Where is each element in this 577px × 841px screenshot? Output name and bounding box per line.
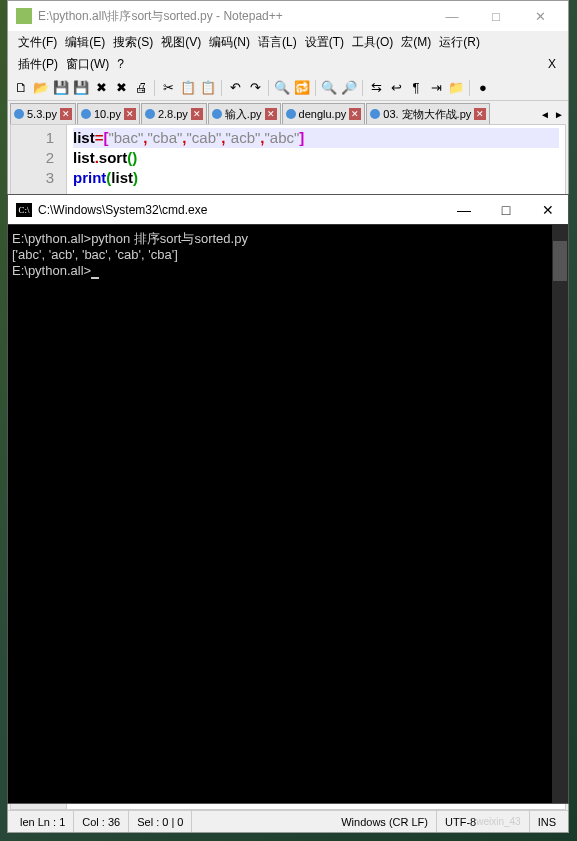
cut-icon[interactable]: ✂	[159, 79, 177, 97]
cmd-scrollbar[interactable]	[552, 225, 568, 803]
status-col: Col : 36	[74, 811, 129, 832]
menu-item[interactable]: 编码(N)	[205, 34, 254, 51]
menu-item[interactable]: 窗口(W)	[62, 56, 113, 73]
menu-item[interactable]: 视图(V)	[157, 34, 205, 51]
menu-item[interactable]: 搜索(S)	[109, 34, 157, 51]
code-line[interactable]: list.sort()	[73, 148, 559, 168]
tab-label: denglu.py	[299, 108, 347, 120]
minimize-button[interactable]: —	[440, 9, 464, 24]
status-sel: Sel : 0 | 0	[129, 811, 192, 832]
file-tab[interactable]: denglu.py✕	[282, 103, 366, 124]
tab-status-icon	[370, 109, 380, 119]
status-bar: len Ln : 1 Col : 36 Sel : 0 | 0 Windows …	[8, 810, 568, 832]
tab-scroll-left[interactable]: ◄	[538, 104, 552, 124]
record-icon[interactable]: ●	[474, 79, 492, 97]
indent-icon[interactable]: ⇥	[427, 79, 445, 97]
folder-icon[interactable]: 📁	[447, 79, 465, 97]
tab-label: 5.3.py	[27, 108, 57, 120]
tab-label: 2.8.py	[158, 108, 188, 120]
line-number: 3	[11, 168, 54, 188]
toolbar-separator	[469, 80, 470, 96]
menu-item[interactable]: 插件(P)	[14, 56, 62, 73]
cmd-maximize-button[interactable]: □	[494, 202, 518, 218]
copy-icon[interactable]: 📋	[179, 79, 197, 97]
app-icon	[16, 8, 32, 24]
cmd-minimize-button[interactable]: —	[452, 202, 476, 218]
cmd-title-bar[interactable]: C:\ C:\Windows\System32\cmd.exe — □ ✕	[8, 195, 568, 225]
tab-close-icon[interactable]: ✕	[349, 108, 361, 120]
close-icon[interactable]: ✖	[92, 79, 110, 97]
line-number: 1	[11, 128, 54, 148]
toolbar: 🗋📂💾💾✖✖🖨✂📋📋↶↷🔍🔂🔍🔎⇆↩¶⇥📁●	[8, 75, 568, 101]
menu-item[interactable]: ?	[113, 57, 128, 71]
cmd-title-text: C:\Windows\System32\cmd.exe	[38, 203, 452, 217]
menu-bar-row2: 插件(P)窗口(W)?X	[8, 53, 568, 75]
tab-close-icon[interactable]: ✕	[191, 108, 203, 120]
find-icon[interactable]: 🔍	[273, 79, 291, 97]
tab-label: 03. 宠物大作战.py	[383, 107, 471, 122]
cmd-cursor	[91, 277, 99, 279]
paste-icon[interactable]: 📋	[199, 79, 217, 97]
redo-icon[interactable]: ↷	[246, 79, 264, 97]
save-icon[interactable]: 💾	[52, 79, 70, 97]
cmd-text: E:\python.all>python 排序sort与sorted.py['a…	[12, 231, 564, 279]
menu-close-x[interactable]: X	[548, 57, 562, 71]
toolbar-separator	[362, 80, 363, 96]
maximize-button[interactable]: □	[484, 9, 508, 24]
status-eol: Windows (CR LF)	[333, 811, 437, 832]
replace-icon[interactable]: 🔂	[293, 79, 311, 97]
status-enc: UTF-8 weixin_43	[437, 811, 530, 832]
menu-bar-row1: 文件(F)编辑(E)搜索(S)视图(V)编码(N)语言(L)设置(T)工具(O)…	[8, 31, 568, 53]
close-all-icon[interactable]: ✖	[112, 79, 130, 97]
toolbar-separator	[268, 80, 269, 96]
tab-status-icon	[81, 109, 91, 119]
cmd-scroll-thumb[interactable]	[553, 241, 567, 281]
tab-status-icon	[212, 109, 222, 119]
print-icon[interactable]: 🖨	[132, 79, 150, 97]
file-tab[interactable]: 10.py✕	[77, 103, 140, 124]
line-number: 2	[11, 148, 54, 168]
toolbar-separator	[315, 80, 316, 96]
menu-item[interactable]: 运行(R)	[435, 34, 484, 51]
open-icon[interactable]: 📂	[32, 79, 50, 97]
zoom-out-icon[interactable]: 🔎	[340, 79, 358, 97]
tab-label: 10.py	[94, 108, 121, 120]
file-tab[interactable]: 5.3.py✕	[10, 103, 76, 124]
file-tab[interactable]: 03. 宠物大作战.py✕	[366, 103, 490, 124]
file-tab[interactable]: 2.8.py✕	[141, 103, 207, 124]
menu-item[interactable]: 语言(L)	[254, 34, 301, 51]
undo-icon[interactable]: ↶	[226, 79, 244, 97]
code-line[interactable]: print(list)	[73, 168, 559, 188]
status-len-ln: len Ln : 1	[12, 811, 74, 832]
tab-close-icon[interactable]: ✕	[60, 108, 72, 120]
zoom-in-icon[interactable]: 🔍	[320, 79, 338, 97]
tab-close-icon[interactable]: ✕	[265, 108, 277, 120]
status-ins: INS	[530, 811, 564, 832]
code-line[interactable]: list=["bac","cba","cab","acb","abc"]	[73, 128, 559, 148]
tab-scroll-right[interactable]: ►	[552, 104, 566, 124]
menu-item[interactable]: 文件(F)	[14, 34, 61, 51]
sync-icon[interactable]: ⇆	[367, 79, 385, 97]
close-button[interactable]: ✕	[528, 9, 552, 24]
cmd-output[interactable]: E:\python.all>python 排序sort与sorted.py['a…	[8, 225, 568, 803]
title-bar[interactable]: E:\python.all\排序sort与sorted.py - Notepad…	[8, 1, 568, 31]
all-chars-icon[interactable]: ¶	[407, 79, 425, 97]
menu-item[interactable]: 宏(M)	[397, 34, 435, 51]
menu-item[interactable]: 设置(T)	[301, 34, 348, 51]
menu-item[interactable]: 工具(O)	[348, 34, 397, 51]
tab-close-icon[interactable]: ✕	[124, 108, 136, 120]
cmd-window: C:\ C:\Windows\System32\cmd.exe — □ ✕ E:…	[7, 194, 569, 804]
tab-close-icon[interactable]: ✕	[474, 108, 486, 120]
menu-item[interactable]: 编辑(E)	[61, 34, 109, 51]
wrap-icon[interactable]: ↩	[387, 79, 405, 97]
watermark: weixin_43	[476, 816, 520, 827]
file-tab[interactable]: 输入.py✕	[208, 103, 281, 124]
cmd-close-button[interactable]: ✕	[536, 202, 560, 218]
tab-status-icon	[145, 109, 155, 119]
title-text: E:\python.all\排序sort与sorted.py - Notepad…	[38, 8, 440, 25]
toolbar-separator	[221, 80, 222, 96]
new-file-icon[interactable]: 🗋	[12, 79, 30, 97]
cmd-icon: C:\	[16, 203, 32, 217]
save-all-icon[interactable]: 💾	[72, 79, 90, 97]
tab-status-icon	[286, 109, 296, 119]
